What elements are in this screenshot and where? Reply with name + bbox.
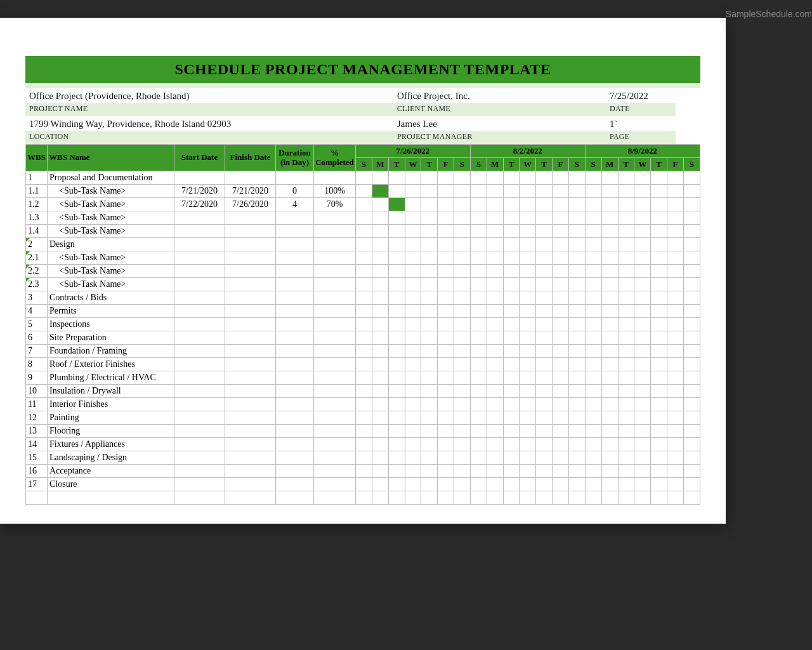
cell-duration — [276, 465, 314, 478]
cell-wbs-name: Proposal and Documentation — [48, 171, 174, 185]
gantt-cell — [454, 278, 471, 291]
gantt-cell — [601, 251, 618, 265]
gantt-cell — [405, 185, 421, 198]
cell-wbs-name: Inspections — [48, 318, 174, 331]
gantt-cell — [667, 465, 684, 478]
cell-finish — [225, 318, 276, 331]
gantt-cell — [438, 371, 454, 385]
gantt-cell — [405, 491, 421, 505]
gantt-cell — [618, 358, 634, 371]
gantt-cell — [520, 411, 536, 425]
header-day: M — [372, 158, 388, 171]
gantt-cell — [356, 491, 372, 505]
gantt-cell — [651, 305, 667, 318]
cell-finish — [225, 451, 276, 465]
gantt-cell — [503, 211, 520, 225]
gantt-cell — [536, 411, 553, 425]
gantt-cell — [601, 491, 618, 505]
gantt-cell — [585, 425, 601, 438]
gantt-cell — [405, 278, 421, 291]
table-row: 7Foundation / Framing — [26, 345, 700, 358]
gantt-cell — [454, 465, 471, 478]
gantt-cell — [667, 425, 684, 438]
gantt-cell — [618, 251, 634, 265]
gantt-cell — [601, 371, 618, 385]
gantt-cell — [372, 398, 388, 411]
gantt-cell — [683, 238, 700, 251]
gantt-cell — [503, 198, 520, 211]
gantt-cell — [651, 385, 667, 398]
gantt-cell — [470, 465, 487, 478]
table-row: 12Painting — [26, 411, 700, 425]
cell-pct — [314, 411, 356, 425]
gantt-cell — [536, 358, 553, 371]
gantt-cell — [388, 238, 405, 251]
gantt-cell — [601, 465, 618, 478]
gantt-cell — [487, 211, 503, 225]
cell-start — [174, 265, 225, 278]
gantt-cell — [454, 238, 471, 251]
cell-finish — [225, 291, 276, 305]
cell-wbs — [26, 491, 48, 505]
gantt-cell — [667, 171, 684, 185]
gantt-cell — [388, 291, 405, 305]
gantt-cell — [470, 451, 487, 465]
gantt-cell — [667, 265, 684, 278]
gantt-cell — [553, 238, 569, 251]
header-day: W — [520, 158, 536, 171]
gantt-cell — [667, 438, 684, 451]
cell-finish — [225, 465, 276, 478]
gantt-cell — [618, 238, 634, 251]
cell-wbs: 2.3 — [26, 278, 48, 291]
gantt-cell — [553, 251, 569, 265]
gantt-cell — [585, 291, 601, 305]
gantt-cell — [651, 265, 667, 278]
gantt-cell — [421, 398, 438, 411]
gantt-cell — [683, 211, 700, 225]
cell-start — [174, 278, 225, 291]
cell-start — [174, 225, 225, 238]
gantt-cell — [372, 318, 388, 331]
table-row: 4Permits — [26, 305, 700, 318]
cell-wbs: 8 — [26, 358, 48, 371]
cell-duration — [276, 171, 314, 185]
cell-pct — [314, 491, 356, 505]
table-row: 13Flooring — [26, 425, 700, 438]
gantt-cell — [568, 171, 585, 185]
gantt-cell — [683, 318, 700, 331]
cell-finish — [225, 171, 276, 185]
cell-finish — [225, 278, 276, 291]
gantt-cell — [503, 425, 520, 438]
header-day: S — [568, 158, 585, 171]
header-week-1: 8/2/2022 — [470, 145, 585, 158]
gantt-cell — [568, 225, 585, 238]
cell-duration — [276, 305, 314, 318]
gantt-cell — [487, 291, 503, 305]
gantt-cell — [356, 251, 372, 265]
gantt-cell — [356, 238, 372, 251]
gantt-cell — [553, 305, 569, 318]
header-day: M — [487, 158, 503, 171]
cell-pct — [314, 305, 356, 318]
gantt-cell — [634, 491, 651, 505]
cell-wbs: 7 — [26, 345, 48, 358]
gantt-cell — [553, 478, 569, 491]
cell-finish: 7/26/2020 — [225, 198, 276, 211]
gantt-cell — [601, 331, 618, 345]
gantt-cell — [405, 171, 421, 185]
gantt-cell — [470, 491, 487, 505]
gantt-cell — [520, 238, 536, 251]
gantt-cell — [667, 318, 684, 331]
cell-pct — [314, 345, 356, 358]
gantt-cell — [454, 451, 471, 465]
gantt-cell — [487, 225, 503, 238]
table-row: 1.3<Sub-Task Name> — [26, 211, 700, 225]
gantt-cell — [585, 278, 601, 291]
gantt-cell — [487, 451, 503, 465]
cell-pct — [314, 291, 356, 305]
header-day: W — [405, 158, 421, 171]
gantt-cell — [438, 438, 454, 451]
gantt-cell — [470, 238, 487, 251]
header-day: S — [454, 158, 471, 171]
gantt-cell — [356, 185, 372, 198]
